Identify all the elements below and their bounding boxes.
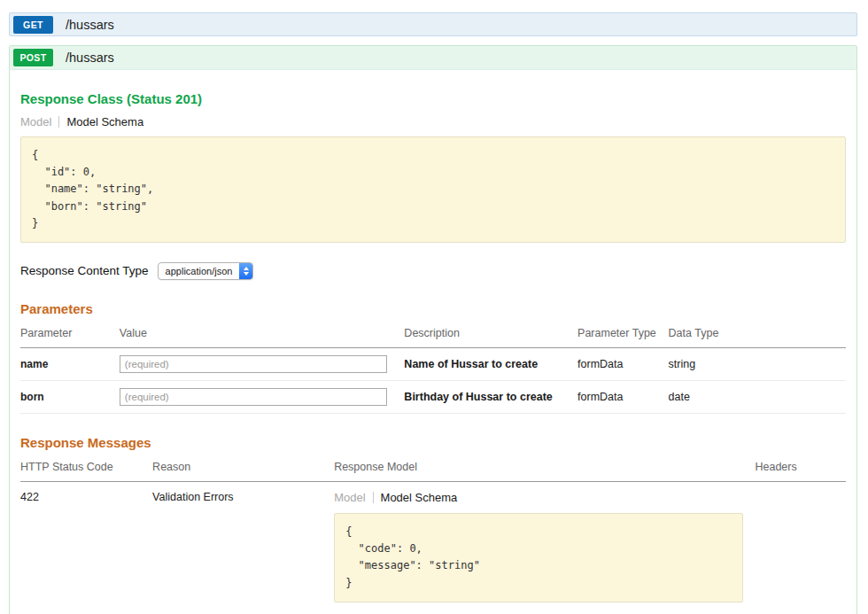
col-data-type: Data Type (669, 320, 846, 348)
get-endpoint-header[interactable]: GET /hussars (9, 12, 857, 36)
tab-model[interactable]: Model (20, 115, 51, 128)
response-content-type-row: Response Content Type application/json (20, 262, 846, 280)
response-model-tabs: ModelModel Schema (334, 491, 748, 504)
parameters-heading: Parameters (20, 301, 846, 316)
response-messages-table: HTTP Status Code Reason Response Model H… (20, 454, 846, 610)
tab-model[interactable]: Model (334, 491, 365, 504)
col-http-status-code: HTTP Status Code (20, 454, 152, 482)
swagger-resource: GET /hussars POST /hussars Response Clas… (0, 0, 868, 614)
param-name: born (20, 380, 120, 413)
response-class-heading: Response Class (Status 201) (20, 91, 846, 106)
param-data-type: date (669, 380, 846, 413)
col-response-model: Response Model (334, 454, 755, 482)
response-headers-cell (755, 481, 846, 609)
col-parameter: Parameter (20, 320, 120, 348)
parameters-table: Parameter Value Description Parameter Ty… (20, 320, 846, 414)
response-content-type-select[interactable]: application/json (158, 262, 254, 280)
param-data-type: string (669, 347, 846, 380)
tab-model-schema[interactable]: Model Schema (381, 491, 458, 504)
param-parameter-type: formData (577, 347, 669, 380)
response-message-row-422: 422 Validation Errors ModelModel Schema … (20, 481, 846, 609)
parameter-row-name: name Name of Hussar to create formData s… (20, 347, 846, 380)
post-endpoint-content: Response Class (Status 201) ModelModel S… (10, 70, 856, 614)
parameters-header-row: Parameter Value Description Parameter Ty… (20, 320, 846, 348)
get-endpoint-path[interactable]: /hussars (66, 18, 114, 32)
col-parameter-type: Parameter Type (577, 320, 669, 348)
post-endpoint-path[interactable]: /hussars (66, 51, 114, 65)
col-value: Value (120, 320, 405, 348)
select-stepper-icon (239, 263, 252, 279)
response-status-code: 422 (20, 481, 152, 609)
post-endpoint-header[interactable]: POST /hussars (10, 46, 856, 70)
post-endpoint-panel: POST /hussars Response Class (Status 201… (9, 45, 857, 614)
parameter-row-born: born Birthday of Hussar to create formDa… (20, 380, 846, 413)
param-name: name (20, 347, 120, 380)
col-description: Description (404, 320, 577, 348)
post-method-badge: POST (13, 49, 53, 66)
response-content-type-value: application/json (166, 266, 233, 276)
get-method-badge: GET (13, 16, 53, 34)
response-class-tabs: ModelModel Schema (20, 115, 846, 128)
param-description: Birthday of Hussar to create (404, 380, 577, 413)
response-class-schema: { "id": 0, "name": "string", "born": "st… (20, 136, 846, 243)
param-description: Name of Hussar to create (404, 347, 577, 380)
response-content-type-label: Response Content Type (20, 264, 149, 277)
response-model-schema: { "code": 0, "message": "string" } (334, 513, 743, 602)
tab-divider (373, 492, 374, 503)
response-messages-header-row: HTTP Status Code Reason Response Model H… (20, 454, 846, 482)
col-headers: Headers (755, 454, 846, 482)
col-reason: Reason (152, 454, 334, 482)
tab-divider (58, 116, 59, 128)
param-parameter-type: formData (577, 380, 669, 413)
param-born-input[interactable] (120, 388, 387, 406)
response-reason: Validation Errors (152, 481, 334, 609)
response-messages-heading: Response Messages (20, 435, 846, 450)
param-name-input[interactable] (120, 355, 387, 373)
tab-model-schema[interactable]: Model Schema (66, 115, 143, 128)
